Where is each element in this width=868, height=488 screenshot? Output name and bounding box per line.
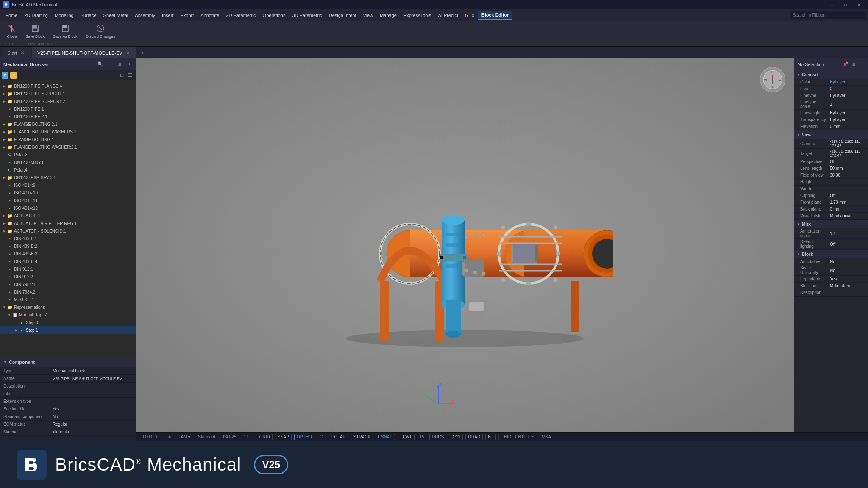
tree-item-27[interactable]: ▪DIN 7984:2 xyxy=(0,288,136,296)
tree-item-28[interactable]: ▪MTG KIT:1 xyxy=(0,296,136,303)
tree-item-4[interactable]: ▪DN1200 PIPE:2.1 xyxy=(0,113,136,120)
menu-sheet-metal[interactable]: Sheet Metal xyxy=(100,11,132,19)
menu-operations[interactable]: Operations xyxy=(259,11,289,19)
statusbar-polar-btn[interactable]: POLAR xyxy=(329,434,348,440)
tab-add-button[interactable]: + xyxy=(137,47,148,58)
tree-item-6[interactable]: ▶📁FLANGE BOLTING WASHERS:1 xyxy=(0,128,136,136)
tree-item-0[interactable]: ▶📁DN1200 PIPE FLANGE:4 xyxy=(0,82,136,90)
svg-point-28 xyxy=(497,252,501,256)
tree-item-30[interactable]: ▼📋Manual_Top_7 xyxy=(0,311,136,319)
browser-expand-button[interactable]: ⊞ xyxy=(115,61,123,68)
close-tool-button[interactable]: Close xyxy=(3,22,20,40)
browser-layout-btn2[interactable]: ☰ xyxy=(126,72,134,79)
tab-start-close[interactable]: ✕ xyxy=(19,50,25,56)
tree-item-16[interactable]: ▪ISO 4014:12 xyxy=(0,204,136,212)
menu-block-editor[interactable]: Block Editor xyxy=(478,11,512,20)
tree-item-26[interactable]: ▪DIN 7984:1 xyxy=(0,280,136,288)
tree-item-8[interactable]: ▶📁FLANGE BOLTING WASHER:2.1 xyxy=(0,143,136,151)
ribbon-search[interactable] xyxy=(790,11,866,19)
browser-layout-btn1[interactable]: ⊞ xyxy=(118,72,125,79)
menu-express-tools[interactable]: ExpressTools xyxy=(400,11,434,19)
svg-rect-45 xyxy=(446,243,461,247)
menu-design-intent[interactable]: Design Intent xyxy=(326,11,360,19)
statusbar-ducs-btn[interactable]: DUCS xyxy=(429,434,446,440)
discard-button[interactable]: Discard Changes xyxy=(83,22,119,40)
menu-manage[interactable]: Manage xyxy=(376,11,400,19)
statusbar-grid-btn[interactable]: GRID xyxy=(257,434,273,440)
browser-search-button[interactable]: 🔍 xyxy=(97,61,104,68)
menu-annotate[interactable]: Annotate xyxy=(197,11,223,19)
statusbar-lwt-btn[interactable]: LWT xyxy=(401,434,414,440)
tree-item-10[interactable]: ▪DN1200 MTG:1 xyxy=(0,158,136,166)
tree-item-22[interactable]: ▪DIN 439-B:3 xyxy=(0,250,136,258)
menu-3d-parametric[interactable]: 3D Parametric xyxy=(289,11,325,19)
svg-rect-30 xyxy=(380,281,389,341)
menu-2d-drafting[interactable]: 2D Drafting xyxy=(21,11,51,19)
prop-annotative: Annotative No xyxy=(794,258,868,265)
menu-surface[interactable]: Surface xyxy=(77,11,100,19)
right-panel-menu[interactable]: ⋮ xyxy=(857,61,865,68)
tree-item-23[interactable]: ▪DIN 439-B:4 xyxy=(0,258,136,265)
tree-item-5[interactable]: ▶📁FLANGE BOLTING:2.1 xyxy=(0,120,136,128)
tab-pipeline[interactable]: V25-PIPELINE-SHUT-OFF-MODULE-EV ✕ xyxy=(32,47,136,58)
tree-item-25[interactable]: ▪DIN 912:2 xyxy=(0,273,136,280)
tab-start[interactable]: Start ✕ xyxy=(2,47,31,58)
tree-item-24[interactable]: ▪DIN 912:1 xyxy=(0,265,136,273)
properties-header[interactable]: ▼ Component xyxy=(0,357,136,367)
save-block-button[interactable]: Save Block xyxy=(22,22,48,40)
section-general-header[interactable]: ▼ General xyxy=(794,70,868,79)
browser-options-button[interactable]: ⋮ xyxy=(106,61,114,68)
right-panel-pin[interactable]: 📌 xyxy=(842,61,849,68)
tree-item-step1[interactable]: ▶●Step 1 xyxy=(0,326,136,334)
statusbar-ortho-btn[interactable]: ORTHO xyxy=(294,434,314,440)
menubar: Home 2D Drafting Modeling Surface Sheet … xyxy=(0,9,868,21)
branding-product: Mechanical xyxy=(147,455,241,474)
menu-view[interactable]: View xyxy=(360,11,377,19)
statusbar-esnap-btn[interactable]: ESNAP xyxy=(376,434,395,440)
tree-item-1[interactable]: ▶📁DN1200 PIPE SUPPORT:1 xyxy=(0,90,136,97)
browser-new-button[interactable]: + xyxy=(10,72,17,79)
close-button[interactable]: ✕ xyxy=(853,0,865,9)
tree-item-9[interactable]: ⚙Polar:3 xyxy=(0,151,136,158)
menu-modeling[interactable]: Modeling xyxy=(51,11,77,19)
minimize-button[interactable]: ─ xyxy=(826,0,838,9)
statusbar-dyn-btn[interactable]: DYN xyxy=(449,434,463,440)
tree-item-step0[interactable]: ●Step 0 xyxy=(0,319,136,326)
tree-item-12[interactable]: ▶📁DN1200 EXP-BFV-3:1 xyxy=(0,174,136,181)
menu-2d-parametric[interactable]: 2D Parametric xyxy=(223,11,259,19)
tree-item-7[interactable]: ▶📁FLANGE BOLTING:1 xyxy=(0,136,136,143)
tree-item-18[interactable]: ▶📁ACTUATOR - AIR FILTER REG:1 xyxy=(0,219,136,227)
tree-item-2[interactable]: ▶📁DN1200 PIPE SUPPORT:2 xyxy=(0,97,136,105)
tab-pipeline-close[interactable]: ✕ xyxy=(125,50,131,56)
tree-item-11[interactable]: ⚙Polar:4 xyxy=(0,166,136,174)
tree-item-3[interactable]: ▪DN1200 PIPE:1 xyxy=(0,105,136,113)
tree-item-21[interactable]: ▪DIN 439-B:2 xyxy=(0,242,136,250)
viewport[interactable]: N S W E Z xyxy=(136,58,794,432)
menu-ai-predict[interactable]: AI Predict xyxy=(434,11,462,19)
svg-rect-5 xyxy=(33,29,37,31)
menu-assembly[interactable]: Assembly xyxy=(131,11,159,19)
statusbar-snap-btn[interactable]: SNAP xyxy=(275,434,292,440)
menu-insert[interactable]: Insert xyxy=(159,11,177,19)
section-view-header[interactable]: ▼ View xyxy=(794,130,868,139)
tree-item-13[interactable]: ▪ISO 4014:9 xyxy=(0,181,136,189)
tree-item-19[interactable]: ▶📁ACTUATOR - SOLENOID:1 xyxy=(0,227,136,235)
tree-item-20[interactable]: ▪DIN 439-B:1 xyxy=(0,235,136,242)
browser-close-button[interactable]: ✕ xyxy=(125,61,132,68)
save-as-block-button[interactable]: Save As Block xyxy=(50,22,81,40)
statusbar-bt-btn[interactable]: BT xyxy=(485,434,496,440)
section-misc-header[interactable]: ▼ Misc xyxy=(794,220,868,228)
menu-home[interactable]: Home xyxy=(2,11,21,19)
statusbar-strack-btn[interactable]: STRACK xyxy=(351,434,373,440)
tree-item-15[interactable]: ▪ISO 4014:11 xyxy=(0,197,136,204)
right-panel-expand[interactable]: ⊞ xyxy=(849,61,857,68)
menu-gtx[interactable]: GTX xyxy=(462,11,478,19)
maximize-button[interactable]: □ xyxy=(839,0,852,9)
section-block-header[interactable]: ▼ Block xyxy=(794,250,868,258)
tree-item-14[interactable]: ▪ISO 4014:10 xyxy=(0,189,136,197)
tree-item-29[interactable]: ▼📁Representations xyxy=(0,303,136,311)
section-view-label: View xyxy=(802,133,812,137)
tree-item-17[interactable]: ▶📁ACTUATOR:1 xyxy=(0,212,136,219)
statusbar-quad-btn[interactable]: QUAD xyxy=(465,434,483,440)
menu-export[interactable]: Export xyxy=(177,11,197,19)
